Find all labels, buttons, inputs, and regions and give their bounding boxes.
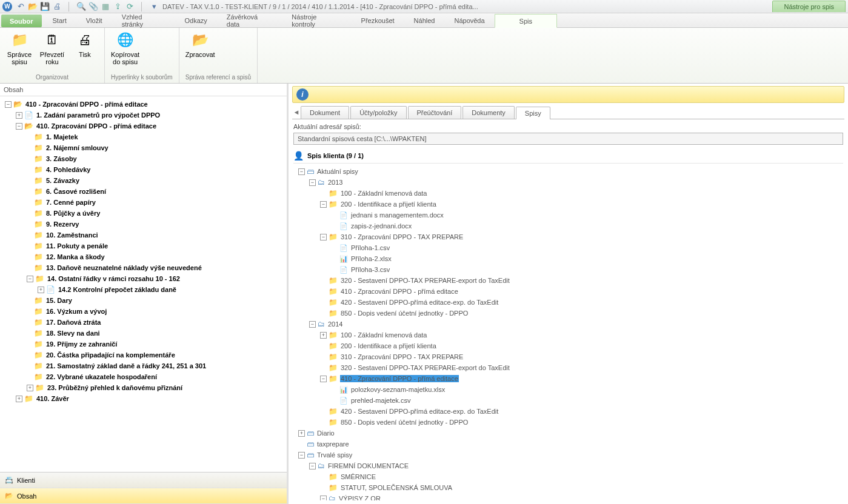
undo-icon[interactable]: ↶ (16, 2, 25, 12)
tree-item[interactable]: 📁18. Slevy na dani (2, 328, 285, 339)
tree-item[interactable]: 📁10. Zaměstnanci (2, 230, 285, 240)
tree-item[interactable]: −🗂2013 (296, 177, 842, 188)
content-tree[interactable]: −📂410 - Zpracování DPPO - přímá editace … (0, 96, 287, 472)
refresh-icon[interactable]: ⟳ (125, 2, 135, 12)
tree-item[interactable]: 📁16. Výzkum a vývoj (2, 306, 285, 317)
attach-icon[interactable]: 📎 (88, 2, 98, 12)
tree-file[interactable]: 📄jednani s managementem.docx (296, 210, 842, 220)
tree-item[interactable]: +📄1. Zadání parametrů pro výpočet DPPO (2, 110, 285, 121)
tree-file[interactable]: 📄prehled-majetek.csv (296, 395, 842, 406)
tab-control[interactable]: Nástroje kontroly (282, 13, 351, 27)
tabs-scroll-left[interactable]: ◄ (292, 105, 301, 119)
tree-item[interactable]: +📁410. Závěr (2, 393, 285, 404)
tree-item[interactable]: 📁420 - Sestavení DPPO-přímá editace-exp.… (296, 406, 842, 417)
tree-item[interactable]: 📁7. Cenné papíry (2, 197, 285, 208)
tree-item[interactable]: −📁200 - Identifikace a přijetí klienta (296, 199, 842, 210)
tree-file[interactable]: 📄zapis-z-jednani.docx (296, 220, 842, 231)
print-button[interactable]: 🖨Tisk (72, 30, 98, 58)
print-icon[interactable]: 🖨 (52, 2, 62, 12)
tree-item[interactable]: 📁20. Částka připadající na komplementáře (2, 350, 285, 360)
tree-item[interactable]: 📁5. Závazky (2, 175, 285, 186)
tab-closing[interactable]: Závěrková data (217, 13, 282, 27)
tree-item[interactable]: 📁12. Manka a škody (2, 251, 285, 262)
tree-item[interactable]: 📁420 - Sestavení DPPO-přímá editace-exp.… (296, 297, 842, 308)
tree-file[interactable]: 📊Příloha-2.xlsx (296, 253, 842, 264)
tree-item[interactable]: −📂410. Zpracování DPPO - přímá editace (2, 121, 285, 131)
search-icon[interactable]: 🔍 (76, 2, 86, 12)
tab-dokumenty[interactable]: Dokumenty (462, 106, 515, 119)
tree-item[interactable]: −🗃Trvalé spisy (296, 449, 842, 460)
tree-item[interactable]: 📁2. Nájemní smlouvy (2, 142, 285, 153)
window-title: DATEV - TAX V.1.0 - TEST-KLIENT / 9 / 1 … (162, 3, 478, 10)
tree-item[interactable]: 📁13. Daňově neuznatelné náklady výše neu… (2, 262, 285, 273)
nav-clients[interactable]: 📇Klienti (0, 472, 287, 488)
tree-item[interactable]: −🗂2014 (296, 319, 842, 330)
tree-item[interactable]: 📁410 - Zpracování DPPO - přímá editace (296, 286, 842, 297)
tab-start[interactable]: Start (43, 13, 76, 27)
tab-insert[interactable]: Vložit (76, 13, 112, 27)
tree-item[interactable]: 📁4. Pohledávky (2, 164, 285, 175)
tab-preuctovani[interactable]: Přeúčtování (408, 106, 462, 119)
tree-item[interactable]: 📁21. Samostatný základ daně a řádky 241,… (2, 360, 285, 371)
tree-item[interactable]: −🗂VÝPISY Z OR (296, 493, 842, 500)
tree-item[interactable]: 📁3. Zásoby (2, 153, 285, 164)
tab-spisy[interactable]: Spisy (516, 107, 550, 119)
tab-spis[interactable]: Spis (495, 14, 557, 28)
tree-item[interactable]: −🗂FIREMNÍ DOKUMENTACE (296, 460, 842, 471)
tree-file[interactable]: 📊polozkovy-seznam-majetku.xlsx (296, 384, 842, 395)
context-tab-header[interactable]: Nástroje pro spis (772, 1, 846, 12)
process-button[interactable]: 📂Zpracovat (185, 30, 215, 58)
copy-to-file-button[interactable]: 🌐Kopírovatdo spisu (111, 30, 139, 65)
dir-path-input[interactable] (293, 133, 843, 145)
tree-item[interactable]: 📁17. Daňová ztráta (2, 317, 285, 328)
tree-item[interactable]: 📁850 - Dopis vedení účetní jednotky - DP… (296, 308, 842, 319)
tree-item[interactable]: −📁310 - Zpracování DPPO - TAX PREPARE (296, 231, 842, 242)
manager-button[interactable]: 📁Správcespisu (6, 30, 33, 65)
tree-item[interactable]: 📁6. Časové rozlišení (2, 186, 285, 197)
tree-file[interactable]: 📄Příloha-3.csv (296, 264, 842, 275)
tree-item[interactable]: +📄14.2 Kontrolní přepočet základu daně (2, 284, 285, 295)
tree-item[interactable]: 📁200 - Identifikace a přijetí klienta (296, 340, 842, 351)
tree-item[interactable]: +📁23. Průběžný přehled k daňovému přizná… (2, 382, 285, 393)
tree-item[interactable]: 📁1. Majetek (2, 131, 285, 142)
tree-file[interactable]: 📄Příloha-1.csv (296, 242, 842, 253)
tab-links[interactable]: Odkazy (175, 13, 217, 27)
tab-layout[interactable]: Vzhled stránky (112, 13, 175, 27)
tree-item[interactable]: +🗃Diario (296, 428, 842, 439)
nav-content[interactable]: 📂Obsah (0, 488, 287, 504)
tree-item[interactable]: 📁22. Vybrané ukazatele hospodaření (2, 371, 285, 382)
tree-item[interactable]: 📁8. Půjčky a úvěry (2, 208, 285, 219)
tab-help[interactable]: Nápověda (444, 13, 494, 27)
tree-item[interactable]: 📁320 - Sestavení DPPO-TAX PREPARE-export… (296, 275, 842, 286)
tree-item[interactable]: 📁320 - Sestavení DPPO-TAX PREPARE-export… (296, 362, 842, 373)
tab-review[interactable]: Přezkoušet (352, 13, 404, 27)
ribbon-tabs: Soubor Start Vložit Vzhled stránky Odkaz… (0, 13, 848, 28)
left-header: Obsah (0, 84, 287, 96)
tree-item[interactable]: 📁SMĚRNICE (296, 471, 842, 482)
tree-root[interactable]: −📂410 - Zpracování DPPO - přímá editace (2, 99, 285, 110)
tree-item[interactable]: 📁19. Příjmy ze zahraničí (2, 339, 285, 350)
export-icon[interactable]: ⇪ (113, 2, 122, 12)
form-icon[interactable]: ▦ (101, 2, 110, 12)
tab-dokument[interactable]: Dokument (301, 106, 349, 119)
tree-item[interactable]: 📁100 - Základní kmenová data (296, 188, 842, 199)
tab-ucty[interactable]: Účty/položky (350, 106, 406, 119)
save-icon[interactable]: 💾 (40, 2, 50, 12)
help-icon[interactable]: ▾ (149, 2, 159, 12)
tree-item-selected[interactable]: −📁410 - Zpracování DPPO - přímá editace (296, 373, 842, 384)
tree-item[interactable]: 📁11. Pokuty a penále (2, 240, 285, 251)
tree-item[interactable]: 📁15. Dary (2, 295, 285, 306)
tab-file[interactable]: Soubor (1, 15, 42, 27)
tree-item[interactable]: +📁100 - Základní kmenová data (296, 330, 842, 340)
tree-item[interactable]: −📁14. Ostatní řádky v rámci rozsahu 10 -… (2, 273, 285, 284)
tree-item[interactable]: −🗃Aktuální spisy (296, 166, 842, 177)
tree-item[interactable]: 📁9. Rezervy (2, 219, 285, 230)
tree-item[interactable]: 🗃taxprepare (296, 439, 842, 449)
tree-item[interactable]: 📁310 - Zpracování DPPO - TAX PREPARE (296, 351, 842, 362)
open-icon[interactable]: 📂 (28, 2, 38, 12)
year-takeover-button[interactable]: 🗓Převzetíroku (39, 30, 65, 65)
tree-item[interactable]: 📁STATUT, SPOLEČENSKÁ SMLOUVA (296, 482, 842, 493)
tab-preview[interactable]: Náhled (404, 13, 445, 27)
spis-tree[interactable]: −🗃Aktuální spisy −🗂2013 📁100 - Základní … (293, 163, 843, 500)
tree-item[interactable]: 📁850 - Dopis vedení účetní jednotky - DP… (296, 417, 842, 428)
